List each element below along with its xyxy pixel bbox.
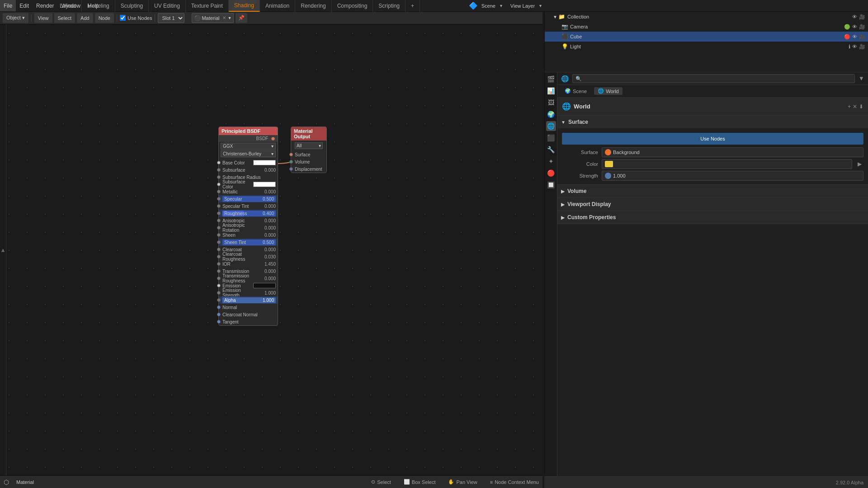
prop-particles-icon[interactable]: ✦ bbox=[546, 156, 556, 166]
tab-texture-paint[interactable]: Texture Paint bbox=[186, 0, 229, 12]
select-menu[interactable]: Select bbox=[54, 13, 75, 23]
props-world-tab[interactable]: 🌐 World bbox=[594, 87, 623, 95]
menu-edit[interactable]: Edit bbox=[16, 0, 33, 11]
camera-render-icon[interactable]: 🎥 bbox=[859, 24, 865, 30]
outliner-row-cube[interactable]: ⬛ Cube 🔴 👁 🎥 bbox=[545, 32, 868, 42]
tab-compositing[interactable]: Compositing bbox=[332, 0, 373, 12]
outliner-row-light[interactable]: 💡 Light ℹ 👁 🎥 bbox=[545, 42, 868, 52]
tab-layout[interactable]: Layout bbox=[54, 0, 82, 12]
cube-name[interactable]: Cube bbox=[570, 34, 582, 39]
cube-color-icon[interactable]: 🔴 bbox=[844, 34, 850, 40]
collection-name[interactable]: Collection bbox=[567, 14, 589, 19]
socket-output-displacement[interactable] bbox=[289, 167, 293, 171]
socket-ior[interactable] bbox=[217, 262, 221, 266]
value-specular-tint[interactable]: 0.000 bbox=[258, 204, 276, 209]
row-normal[interactable]: Normal bbox=[219, 304, 278, 311]
prop-world-icon[interactable]: 🌐 bbox=[546, 121, 556, 131]
box-select-tool[interactable]: ⬜ Box Select bbox=[404, 479, 436, 485]
tab-sculpting[interactable]: Sculpting bbox=[115, 0, 149, 12]
viewport-display-section-header[interactable]: ▶ Viewport Display bbox=[557, 198, 868, 211]
value-metallic[interactable]: 0.000 bbox=[258, 189, 276, 194]
value-sheen[interactable]: 0.000 bbox=[258, 233, 276, 238]
value-clearcoat[interactable]: 0.000 bbox=[258, 247, 276, 252]
bar-specular[interactable]: Specular 0.500 bbox=[222, 196, 276, 202]
prop-constraints-icon[interactable]: 🔲 bbox=[546, 180, 556, 190]
tab-uv-editing[interactable]: UV Editing bbox=[149, 0, 186, 12]
row-subsurface[interactable]: Subsurface 0.000 bbox=[219, 166, 278, 174]
value-anisotropic-rotation[interactable]: 0.000 bbox=[258, 225, 276, 230]
socket-clearcoat-normal[interactable] bbox=[217, 313, 221, 316]
custom-properties-section-header[interactable]: ▶ Custom Properties bbox=[557, 211, 868, 224]
material-dropdown-icon[interactable]: ▼ bbox=[228, 16, 232, 20]
bar-alpha[interactable]: Alpha 1.000 bbox=[222, 297, 276, 303]
socket-tangent[interactable] bbox=[217, 320, 221, 324]
row-ior[interactable]: IOR 1.450 bbox=[219, 260, 278, 267]
strength-value[interactable]: 1.000 bbox=[602, 171, 863, 181]
row-clearcoat-roughness[interactable]: Clearcoat Roughness 0.030 bbox=[219, 253, 278, 260]
cube-render-icon[interactable]: 🎥 bbox=[859, 34, 865, 40]
camera-color-icon[interactable]: 🟢 bbox=[844, 24, 850, 30]
socket-sheen-tint[interactable] bbox=[217, 240, 221, 244]
row-sheen[interactable]: Sheen 0.000 bbox=[219, 231, 278, 239]
value-anisotropic[interactable]: 0.000 bbox=[258, 218, 276, 223]
socket-emission[interactable] bbox=[217, 284, 221, 287]
row-tangent[interactable]: Tangent bbox=[219, 318, 278, 325]
pan-view-tool[interactable]: ✋ Pan View bbox=[448, 479, 477, 485]
props-search-input[interactable] bbox=[572, 74, 855, 83]
light-render-icon[interactable]: 🎥 bbox=[859, 44, 865, 50]
row-sheen-tint[interactable]: Sheen Tint 0.500 bbox=[219, 239, 278, 246]
prop-render-icon[interactable]: 🎬 bbox=[546, 74, 556, 84]
tab-shading[interactable]: Shading bbox=[229, 0, 260, 12]
light-viewport-icon[interactable]: 👁 bbox=[852, 44, 857, 50]
socket-base-color[interactable] bbox=[217, 161, 221, 164]
socket-clearcoat-roughness[interactable] bbox=[217, 255, 221, 258]
prop-object-icon[interactable]: ⬛ bbox=[546, 133, 556, 143]
color-expand-btn[interactable]: ▶ bbox=[856, 161, 863, 167]
node-context-menu-tool[interactable]: ≡ Node Context Menu bbox=[490, 479, 539, 485]
row-specular-tint[interactable]: Specular Tint 0.000 bbox=[219, 202, 278, 210]
collection-viewport-icon[interactable]: 👁 bbox=[852, 14, 857, 20]
socket-roughness[interactable] bbox=[217, 211, 221, 215]
surface-value[interactable]: Background bbox=[602, 147, 863, 157]
value-clearcoat-roughness[interactable]: 0.030 bbox=[258, 254, 276, 259]
material-close-icon[interactable]: ✕ bbox=[222, 15, 226, 20]
socket-transmission[interactable] bbox=[217, 269, 221, 273]
prop-output-icon[interactable]: 📊 bbox=[546, 86, 556, 96]
add-menu[interactable]: Add bbox=[77, 13, 93, 23]
row-subsurface-color[interactable]: Subsurface Color bbox=[219, 181, 278, 188]
row-alpha[interactable]: Alpha 1.000 bbox=[219, 296, 278, 304]
camera-name[interactable]: Camera bbox=[570, 24, 588, 29]
slot-selector[interactable]: Slot 1 bbox=[158, 13, 184, 23]
camera-viewport-icon[interactable]: 👁 bbox=[852, 24, 857, 30]
left-collapse-panel[interactable]: ◀ bbox=[0, 24, 6, 475]
pin-button[interactable]: 📌 bbox=[236, 13, 247, 23]
value-ior[interactable]: 1.450 bbox=[258, 262, 276, 267]
use-nodes-button[interactable]: Use Nodes bbox=[562, 133, 863, 145]
row-output-volume[interactable]: Volume bbox=[291, 158, 326, 165]
socket-clearcoat[interactable] bbox=[217, 248, 221, 251]
view-menu[interactable]: View bbox=[34, 13, 52, 23]
value-emission-strength[interactable]: 1.000 bbox=[258, 291, 276, 296]
node-menu[interactable]: Node bbox=[95, 13, 114, 23]
prop-physics-icon[interactable]: 🔴 bbox=[546, 168, 556, 178]
color-value[interactable] bbox=[602, 159, 852, 169]
world-settings-btn[interactable]: ⬇ bbox=[859, 103, 863, 110]
tab-rendering[interactable]: Rendering bbox=[295, 0, 331, 12]
swatch-base-color[interactable] bbox=[253, 160, 276, 165]
row-emission-strength[interactable]: Emission Strength 1.000 bbox=[219, 289, 278, 296]
surface-section-header[interactable]: ▼ Surface bbox=[557, 116, 868, 128]
value-transmission-roughness[interactable]: 0.000 bbox=[258, 276, 276, 281]
props-scene-tab[interactable]: 🌍 Scene bbox=[561, 87, 590, 95]
socket-subsurface-color[interactable] bbox=[217, 183, 221, 186]
swatch-subsurface-color[interactable] bbox=[253, 182, 276, 187]
outliner-row-camera[interactable]: 📷 Camera 🟢 👁 🎥 bbox=[545, 22, 868, 32]
output-all-dropdown[interactable]: All ▾ bbox=[295, 142, 323, 149]
node-bsdf[interactable]: Principled BSDF BSDF GGX▾ Christensen-Bu… bbox=[218, 127, 278, 326]
christensen-dropdown[interactable]: Christensen-Burley▾ bbox=[221, 150, 276, 157]
tab-modeling[interactable]: Modeling bbox=[82, 0, 115, 12]
prop-scene-icon[interactable]: 🌍 bbox=[546, 109, 556, 119]
view-layer-name[interactable]: View Layer bbox=[510, 3, 535, 9]
collection-render-icon[interactable]: 🎥 bbox=[859, 14, 865, 20]
row-roughness[interactable]: Roughness 0.400 bbox=[219, 210, 278, 217]
socket-metallic[interactable] bbox=[217, 190, 221, 193]
